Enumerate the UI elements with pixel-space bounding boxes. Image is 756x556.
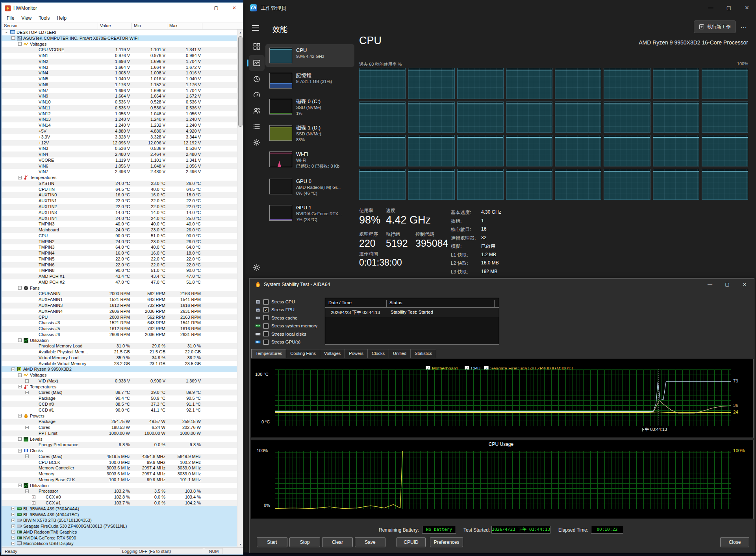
core-usage-cell[interactable] <box>555 169 601 200</box>
tree-row[interactable]: VIN110.536 V0.536 V0.536 V <box>2 105 243 111</box>
tree-row[interactable]: Energy Performance9.8 %0.0 %9.8 % <box>2 442 243 448</box>
tree-row[interactable]: −Voltages <box>2 41 243 47</box>
stress-option[interactable]: Stress local disks <box>255 331 306 338</box>
tree-row[interactable]: CPU90.0 °C51.0 °C90.0 °C <box>2 233 243 239</box>
tree-row[interactable]: AUXFANIN31612 RPM732 RPM1616 RPM <box>2 303 243 308</box>
sidebar-item-users[interactable] <box>249 103 265 118</box>
tab-voltages[interactable]: Voltages <box>320 349 345 358</box>
tree-row[interactable]: −Utilization <box>2 338 243 344</box>
scrollbar-thumb[interactable] <box>238 36 243 127</box>
perf-item-disk1[interactable]: 磁碟 1 (D:)SSD (NVMe)83% <box>265 122 354 146</box>
minimize-button[interactable]: — <box>189 3 206 13</box>
core-usage-cell[interactable] <box>408 68 454 99</box>
core-usage-cell[interactable] <box>604 102 650 133</box>
core-usage-cell[interactable] <box>359 135 406 166</box>
more-options-button[interactable]: ... <box>738 22 750 33</box>
perf-item-gpu1[interactable]: GPU 1NVIDIA GeForce RTX...7% (28 °C) <box>265 201 354 226</box>
tree-row[interactable]: −Voltages <box>2 372 243 378</box>
expander-box[interactable]: − <box>18 437 22 441</box>
sidebar-item-app-history[interactable] <box>249 71 265 87</box>
stress-option[interactable]: Stress GPU(s) <box>255 338 300 345</box>
core-usage-cell[interactable] <box>359 68 406 99</box>
scroll-up-icon[interactable]: ▲ <box>237 30 243 35</box>
tree-row[interactable]: CCD #190.0 °C41.1 °C92.1 °C <box>2 407 243 413</box>
expander-box[interactable]: + <box>11 536 15 539</box>
tree-row[interactable]: VIN91.664 V1.664 V1.672 V <box>2 93 243 99</box>
core-usage-cell[interactable] <box>408 135 454 166</box>
tree-row[interactable]: VIN131.248 V1.240 V1.248 V <box>2 116 243 122</box>
tree-row[interactable]: Chassis #51612 RPM732 RPM1616 RPM <box>2 326 243 332</box>
menu-tools[interactable]: Tools <box>35 15 53 21</box>
expander-box[interactable]: + <box>25 379 29 383</box>
clear-button[interactable]: Clear <box>322 537 353 547</box>
stress-option[interactable]: Stress cache <box>255 314 297 321</box>
tree-row[interactable]: +BL.9BWWA.439 (490441BC) <box>2 512 243 518</box>
tree-row[interactable]: −Processor103.2 %3.5 %103.8 % <box>2 488 243 494</box>
tree-row[interactable]: AUXTIN222.0 °C22.0 °C22.0 °C <box>2 204 243 210</box>
column-divider[interactable] <box>202 23 202 29</box>
checkbox[interactable] <box>263 323 269 329</box>
tree-row[interactable]: +MacroSilicon USB Display <box>2 541 243 547</box>
tree-row[interactable]: +Seagate FireCuda 530 ZP4000GM30013 (7VS… <box>2 523 243 529</box>
column-header-sensor[interactable]: Sensor <box>4 23 18 28</box>
tree-row[interactable]: VIN31.664 V1.664 V1.672 V <box>2 65 243 70</box>
tree-row[interactable]: CPU VCORE1.119 V1.101 V1.341 V <box>2 47 243 53</box>
tree-row[interactable]: −Clocks <box>2 448 243 454</box>
tree-row[interactable]: Physical Memory Load31.0 %29.0 %31.0 % <box>2 343 243 349</box>
checkbox[interactable] <box>263 315 269 320</box>
core-usage-cell[interactable] <box>702 68 748 99</box>
per-core-usage-grid[interactable] <box>359 68 748 200</box>
core-usage-cell[interactable] <box>506 68 552 99</box>
tree-row[interactable]: VCORE1.119 V1.101 V1.341 V <box>2 157 243 163</box>
tree-row[interactable]: Package254.75 W49.57 W259.15 W <box>2 419 243 425</box>
expander-box[interactable]: − <box>18 484 22 487</box>
expander-box[interactable]: − <box>18 42 22 46</box>
tree-row[interactable]: Package90.4 °C50.9 °C90.5 °C <box>2 395 243 401</box>
tree-row[interactable]: Memory Base CLK100.1 MHz99.9 MHz101.1 MH… <box>2 477 243 483</box>
core-usage-cell[interactable] <box>702 102 748 133</box>
tree-row[interactable]: −ASUSTeK COMPUTER INC. ProArt X870E-CREA… <box>2 35 243 41</box>
tab-statistics[interactable]: Statistics <box>411 349 436 358</box>
tree-row[interactable]: −Powers <box>2 413 243 419</box>
core-usage-cell[interactable] <box>506 102 552 133</box>
core-usage-cell[interactable] <box>457 68 504 99</box>
expander-box[interactable]: + <box>25 454 29 458</box>
tree-row[interactable]: VIN41.008 V1.008 V1.016 V <box>2 70 243 76</box>
expander-box[interactable]: + <box>11 513 15 516</box>
tree-row[interactable]: VIN51.040 V1.016 V1.040 V <box>2 76 243 82</box>
tree-row[interactable]: VIN30.536 V0.536 V0.536 V <box>2 146 243 151</box>
sidebar-item-startup-apps[interactable] <box>249 87 265 103</box>
core-usage-cell[interactable] <box>653 102 699 133</box>
core-usage-cell[interactable] <box>457 102 504 133</box>
expander-box[interactable]: − <box>18 414 22 417</box>
tree-row[interactable]: PPT Limit1000.00 W1000.00 W1000.00 W <box>2 430 243 436</box>
tree-row[interactable]: AUXTIN122.0 °C22.0 °C22.0 °C <box>2 198 243 204</box>
minimize-button[interactable]: — <box>702 0 720 16</box>
expander-box[interactable]: + <box>11 507 15 510</box>
tree-row[interactable]: VIN61.056 V1.048 V1.056 V <box>2 163 243 169</box>
run-new-task-button[interactable]: 執行新工作 <box>694 20 736 33</box>
column-header[interactable]: SensorValueMinMax <box>2 22 243 30</box>
tree-row[interactable]: Available Virtual Memory23.2 GB23.1 GB23… <box>2 361 243 367</box>
close-button[interactable]: ✕ <box>738 0 756 16</box>
column-header-value[interactable]: Value <box>100 23 111 28</box>
tree-row[interactable]: −Levels <box>2 436 243 442</box>
start-button[interactable]: Start <box>257 537 287 547</box>
tree-row[interactable]: AMD PCH #247.0 °C47.0 °C51.8 °C <box>2 279 243 285</box>
expander-box[interactable]: − <box>11 36 15 40</box>
save-button[interactable]: Save <box>355 537 385 547</box>
tree-row[interactable]: +CCX #1103.7 %0.0 %104.2 % <box>2 500 243 506</box>
tree-row[interactable]: AMD PCH #143.4 °C43.4 °C47.0 °C <box>2 273 243 279</box>
tree-row[interactable]: SYSTIN24.0 °C23.0 °C26.0 °C <box>2 181 243 187</box>
expander-box[interactable]: − <box>11 368 15 371</box>
tree-row[interactable]: +Cores (Max)4519.5 MHz4354.8 MHz5649.9 M… <box>2 454 243 460</box>
tree-row[interactable]: VIN100.536 V0.528 V0.536 V <box>2 99 243 105</box>
tree-row[interactable]: TMPIN890.0 °C51.0 °C90.0 °C <box>2 268 243 273</box>
checkbox[interactable] <box>263 331 269 336</box>
sidebar-item-details[interactable] <box>249 119 265 135</box>
core-usage-cell[interactable] <box>653 68 699 99</box>
tree-row[interactable]: +AMD Radeon(TM) Graphics <box>2 529 243 535</box>
expander-box[interactable]: + <box>32 501 35 505</box>
tree-row[interactable]: AUXTIN016.0 °C16.0 °C18.0 °C <box>2 192 243 198</box>
column-divider[interactable] <box>167 23 167 29</box>
